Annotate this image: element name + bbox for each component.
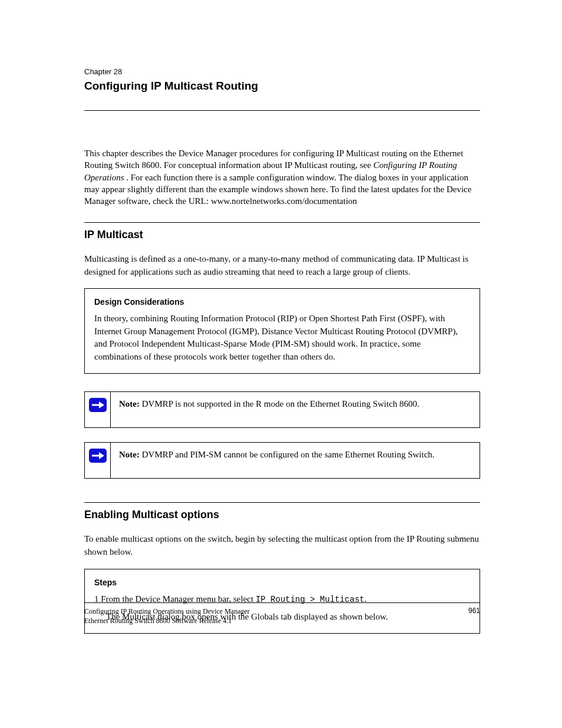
footer-left: Configuring IP Routing Operations using … <box>84 607 250 625</box>
footer-line-1: Configuring IP Routing Operations using … <box>84 607 250 616</box>
design-considerations-body: In theory, combining Routing Information… <box>94 312 470 364</box>
chapter-title: Configuring IP Multicast Routing <box>84 80 480 93</box>
note-text: Note: DVMRP is not supported in the R mo… <box>111 392 480 427</box>
intro-paragraph: This chapter describes the Device Manage… <box>84 147 480 207</box>
chapter-label: Chapter 28 <box>84 67 480 76</box>
note-label: Note: <box>119 450 140 459</box>
section1-paragraph: Multicasting is defined as a one-to-many… <box>84 253 480 279</box>
section-divider <box>84 222 480 223</box>
design-considerations-title: Design Considerations <box>94 297 470 307</box>
arrow-icon <box>89 398 107 412</box>
section-title-enabling-multicast: Enabling Multicast options <box>84 509 480 521</box>
arrow-icon <box>89 449 107 463</box>
section2-paragraph: To enable multicast options on the switc… <box>84 533 480 559</box>
note-icon-cell <box>85 392 111 427</box>
footer-line-2: Ethernet Routing Switch 8600 Software Re… <box>84 616 250 625</box>
note-body: DVMRP and PIM-SM cannot be configured on… <box>140 450 435 459</box>
steps-box-title: Steps <box>94 578 470 587</box>
page-footer: Configuring IP Routing Operations using … <box>84 602 480 625</box>
page: Chapter 28 Configuring IP Multicast Rout… <box>0 0 562 728</box>
chapter-header: Chapter 28 Configuring IP Multicast Rout… <box>84 67 480 111</box>
section-divider <box>84 502 480 503</box>
intro-url[interactable]: www.nortelnetworks.com/documentation <box>211 196 357 206</box>
note-box-1: Note: DVMRP is not supported in the R mo… <box>84 391 480 428</box>
footer-page-number: 961 <box>468 607 480 625</box>
note-body: DVMRP is not supported in the R mode on … <box>140 399 419 409</box>
design-considerations-box: Design Considerations In theory, combini… <box>84 288 480 374</box>
note-label: Note: <box>119 399 140 409</box>
note-box-2: Note: DVMRP and PIM-SM cannot be configu… <box>84 442 480 479</box>
page-content: Chapter 28 Configuring IP Multicast Rout… <box>84 67 480 651</box>
note-text: Note: DVMRP and PIM-SM cannot be configu… <box>111 443 480 478</box>
note-icon-cell <box>85 443 111 478</box>
section-title-ip-multicast: IP Multicast <box>84 229 480 241</box>
